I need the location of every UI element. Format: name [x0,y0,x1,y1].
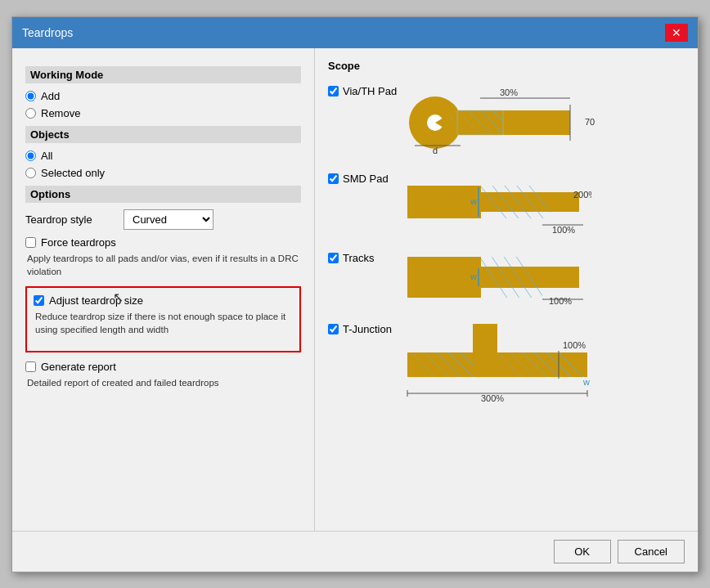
scope-smd-label-wrap: SMD Pad [328,173,393,185]
radio-selected[interactable] [25,168,36,178]
scope-smd-checkbox[interactable] [328,173,339,184]
svg-text:100%: 100% [552,225,575,235]
smd-diagram: w 200% 100% [403,169,685,237]
right-panel: Scope Via/TH Pad [315,48,698,531]
title-bar: Teardrops ✕ [12,17,698,48]
ok-button[interactable]: OK [554,540,611,563]
radio-add-label: Add [41,90,60,102]
dialog-body: Working Mode Add Remove Objects All Sele… [12,48,698,531]
svg-text:w: w [470,272,477,281]
scope-via-checkbox[interactable] [328,86,339,97]
radio-all-row: All [25,150,301,162]
generate-report-checkbox[interactable] [25,361,36,372]
adjust-size-label: Adjust teardrop size [49,294,143,307]
scope-tracks-label-wrap: Tracks [328,252,393,264]
svg-text:w: w [470,196,477,206]
radio-all-label: All [41,150,52,162]
adjust-size-row: Adjust teardrop size ↖ [34,294,293,307]
scope-row-smd: SMD Pad [328,169,685,237]
scope-title: Scope [328,60,685,72]
left-panel: Working Mode Add Remove Objects All Sele… [12,48,315,531]
svg-text:d: d [433,146,438,155]
scope-row-tracks: Tracks [328,249,685,308]
svg-text:100%: 100% [563,340,586,350]
dialog-footer: OK Cancel [12,531,698,572]
svg-rect-42 [473,324,497,357]
scope-tjunction-label-wrap: T-Junction [328,323,393,335]
scope-row-tjunction: T-Junction [328,320,685,404]
generate-report-label: Generate report [41,361,116,373]
svg-text:100%: 100% [549,296,572,306]
scope-tjunction-label: T-Junction [343,323,392,335]
radio-selected-row: Selected only [25,167,301,179]
scope-via-label: Via/TH Pad [343,85,397,97]
svg-text:70%: 70% [585,117,595,127]
radio-add[interactable] [25,91,36,101]
close-button[interactable]: ✕ [665,24,688,42]
force-teardrops-label: Force teardrops [41,236,116,249]
svg-text:300%: 300% [481,393,504,402]
scope-via-label-wrap: Via/TH Pad [328,85,397,97]
force-teardrops-help: Apply teardrops to all pads and/or vias,… [27,252,301,278]
scope-tracks-checkbox[interactable] [328,253,339,263]
svg-text:w: w [582,377,590,387]
teardrop-style-label: Teardrop style [25,213,115,226]
adjust-teardrop-box: Adjust teardrop size ↖ Reduce teardrop s… [25,286,301,352]
options-header: Options [25,186,301,203]
generate-report-help: Detailed report of created and failed te… [27,376,301,389]
force-teardrops-checkbox[interactable] [25,237,36,248]
scope-tjunction-checkbox[interactable] [328,324,339,334]
cancel-button[interactable]: Cancel [618,540,685,563]
scope-row-via: Via/TH Pad [328,82,685,158]
teardrop-style-select[interactable]: Curved [124,209,213,230]
dialog-title: Teardrops [22,26,73,39]
svg-text:200%: 200% [573,190,591,200]
radio-remove-label: Remove [41,107,80,119]
adjust-size-help: Reduce teardrop size if there is not eno… [35,310,293,336]
radio-add-row: Add [25,90,301,102]
radio-all[interactable] [25,150,36,161]
scope-smd-label: SMD Pad [343,173,389,185]
via-diagram: 30% 70% d [407,82,685,158]
tjunction-diagram: 100% w 300% [403,320,685,404]
working-mode-header: Working Mode [25,66,301,83]
adjust-size-checkbox[interactable] [34,295,44,306]
radio-remove[interactable] [25,108,36,119]
radio-selected-label: Selected only [41,167,105,179]
tracks-diagram: w 100% [403,249,685,308]
scope-tracks-label: Tracks [343,252,375,264]
svg-text:30%: 30% [500,88,518,97]
teardrop-style-row: Teardrop style Curved [25,209,301,230]
objects-header: Objects [25,126,301,143]
generate-report-row: Generate report [25,361,301,373]
radio-remove-row: Remove [25,107,301,119]
teardrops-dialog: Teardrops ✕ Working Mode Add Remove Obje… [11,16,699,572]
force-teardrops-row: Force teardrops [25,236,301,249]
